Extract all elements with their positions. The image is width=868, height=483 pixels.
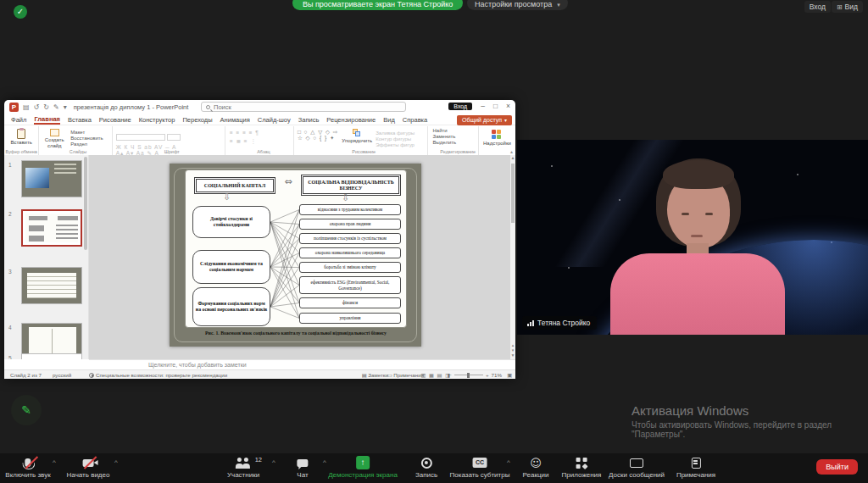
paste-icon [17,129,25,139]
addins-button[interactable]: Надстройки [479,130,515,146]
paste-button[interactable]: Вставить [4,129,38,145]
chat-options-chevron[interactable]: ^ [323,458,326,466]
select-button[interactable]: Выделить [433,140,478,145]
restore-icon[interactable]: □ [493,102,498,110]
search-input[interactable] [214,103,401,111]
notes-toggle-icon: ▤ [362,372,367,378]
language-indicator[interactable]: русский [53,372,71,378]
paragraph-icons-2[interactable]: ≡ ≣ ≡ ⋮ [230,138,293,145]
zoom-out-icon[interactable]: − [448,372,452,378]
start-video-button[interactable]: Начать видео [67,456,110,479]
notes-button[interactable]: Примечания [676,456,715,479]
apps-button[interactable]: Приложения [562,456,602,479]
scrollbar-thumb[interactable] [511,164,515,223]
reset-button[interactable]: Восстановить [70,136,103,141]
captions-button[interactable]: CC Показать субтитры [450,456,510,479]
font-group: Ж К Ч S ab AV ─ A A▴ A▾ Aa ✎ A Шрифт [113,126,225,155]
zoom-control[interactable]: − + 71% [448,372,502,378]
diagram-right-box: поліпшення стосунків із суспільством [299,233,401,244]
zoom-in-icon[interactable]: + [486,372,489,378]
participants-button[interactable]: 12 Участники [227,456,259,479]
tab-view[interactable]: Вид [383,116,395,124]
signin-button[interactable]: Вход [804,1,831,13]
search-box[interactable] [201,102,406,112]
webcam-video[interactable]: Тетяна Стройко [517,140,868,335]
share-screen-button[interactable]: ↑ Демонстрация экрана [328,456,398,479]
slide-thumbnail-3[interactable] [21,267,82,304]
layout-button[interactable]: Макет [70,130,103,135]
view-mode-buttons[interactable]: ▥ ▦ ▤ ◨ [420,372,451,378]
new-slide-icon [50,129,59,136]
tab-record[interactable]: Запись [298,116,320,124]
tab-design[interactable]: Конструктор [139,116,175,124]
notes-pane[interactable]: Щелкните, чтобы добавить заметки [89,359,515,369]
comments-toggle-label: Примечания [393,372,424,378]
slide-thumbnail-5[interactable] [21,353,82,359]
unmute-label: Включить звук [5,471,50,479]
comments-toggle[interactable]: ▭ Примечания [387,372,424,378]
diagram-header-right: СОЦІАЛЬНА ВІДПОВІДАЛЬНІСТЬ БІЗНЕСУ [301,175,401,196]
zoom-percentage[interactable]: 71% [492,372,502,378]
slide-thumbnail-2-selected[interactable] [21,209,82,247]
captions-options-chevron[interactable]: ^ [507,458,510,466]
diagram-right-box: ефективність ESG (Environmental, Social,… [299,276,401,294]
tab-slideshow[interactable]: Слайд-шоу [258,116,291,124]
chat-button[interactable]: Чат [297,456,308,479]
office-signin-badge[interactable]: Вход [448,103,472,110]
person-body [610,253,785,335]
tab-transitions[interactable]: Переходы [182,116,212,124]
tab-insert[interactable]: Вставка [68,116,92,124]
font-size-box[interactable] [167,134,181,141]
video-options-chevron[interactable]: ^ [114,458,118,466]
quickaccess-chevron-icon[interactable]: ▾ [64,103,67,111]
font-name-box[interactable] [116,129,225,144]
participants-options-chevron[interactable]: ^ [272,458,275,466]
watermark-title: Активация Windows [632,403,832,418]
participants-label: Участники [227,471,259,479]
view-settings-label: Настройки просмотра [475,0,552,8]
fit-to-window-icon[interactable]: ▣ [507,372,512,378]
paragraph-icons[interactable]: ≡ ≡ ≡ ≡ ¶ [230,130,293,136]
accessibility-status[interactable]: Специальные возможности: проверьте реком… [89,372,227,378]
slide-scrollbar[interactable]: ▲ ▴ ▾ ▼ [510,155,515,359]
find-button[interactable]: Найти [433,128,478,133]
ribbon: Вставить Буфер обмена Создать слайд Маке… [4,126,515,155]
replace-button[interactable]: Заменить [433,134,478,139]
share-access-button[interactable]: Общий доступ▾ [457,115,512,125]
save-icon[interactable]: ▤ [23,103,30,111]
new-slide-label: Создать слайд [42,137,67,148]
annotation-pencil-button[interactable]: ✎ [11,395,42,425]
whiteboards-button[interactable]: Доски сообщений [609,456,665,479]
view-settings-button[interactable]: Настройки просмотра▾ [467,0,568,10]
pen-icon[interactable]: ✎ [53,103,59,111]
record-button[interactable]: Запись [415,456,437,479]
redo-icon[interactable]: ↻ [43,103,49,111]
tab-review[interactable]: Рецензирование [326,116,376,124]
slide-thumbnail-1[interactable] [21,160,82,197]
section-button[interactable]: Раздел [70,142,103,147]
scroll-up-icon[interactable]: ▲ [511,155,515,160]
scroll-down-icon[interactable]: ▼ [510,353,515,358]
tab-animations[interactable]: Анимация [220,116,250,124]
mic-options-chevron[interactable]: ^ [53,458,56,466]
zoom-slider-thumb[interactable] [467,373,470,378]
close-icon[interactable]: × [506,102,510,110]
thumbnail-scrollbar[interactable] [84,157,87,250]
tab-draw[interactable]: Рисование [99,116,131,124]
notes-toggle[interactable]: ▤ Заметки [362,372,388,378]
reactions-button[interactable]: ☺ Реакции [523,456,549,479]
zoom-slider[interactable] [454,375,483,375]
slides-group-label: Слайды [42,149,114,154]
tab-home[interactable]: Главная [34,115,60,125]
powerpoint-window: P ▤ ↺ ↻ ✎ ▾ презентація до диплому 1 - P… [4,100,515,379]
view-menu-button[interactable]: ⊞Вид [832,1,863,13]
tab-file[interactable]: Файл [11,116,26,124]
tab-help[interactable]: Справка [403,116,427,124]
encryption-shield-icon[interactable]: ✓ [14,5,27,19]
undo-icon[interactable]: ↺ [34,103,40,111]
unmute-button[interactable]: Включить звук [5,456,50,479]
slide-2[interactable]: СОЦІАЛЬНИЙ КАПІТАЛ СОЦІАЛЬНА ВІДПОВІДАЛЬ… [170,164,421,347]
leave-meeting-button[interactable]: Выйти [816,459,858,475]
minimize-icon[interactable]: – [481,102,485,110]
ribbon-collapse-icon[interactable]: ▴ [510,148,513,154]
